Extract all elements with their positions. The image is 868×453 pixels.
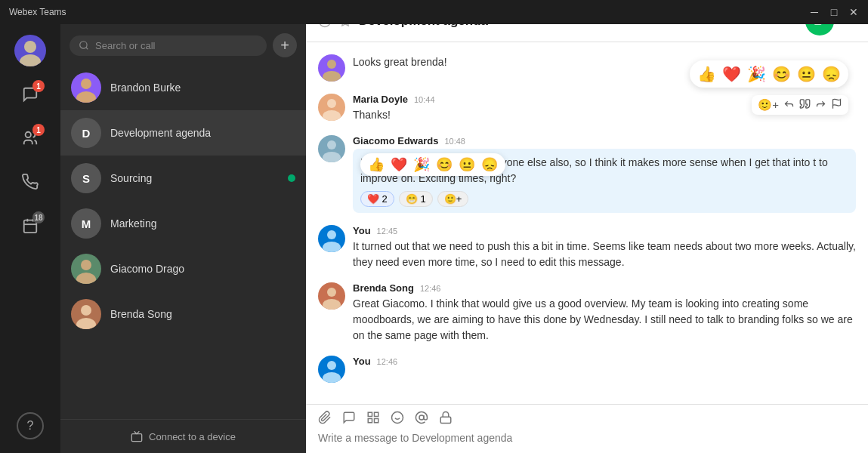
contact-name-brandon: Brandon Burke [110, 82, 295, 94]
online-indicator-sourcing [288, 174, 295, 182]
message-row-6: You 12:46 [318, 356, 856, 383]
svg-point-14 [76, 318, 96, 329]
message-row-2: Maria Doyle 10:44 Thanks! 👍 ❤️ 🎉 😊 😐 😞 🙂… [318, 94, 856, 123]
contact-item-sourcing[interactable]: S Sourcing [60, 156, 306, 201]
contact-avatar-sourcing: S [71, 163, 101, 193]
close-button[interactable]: ✕ [848, 7, 859, 17]
help-button[interactable]: ? [17, 412, 44, 439]
contact-avatar-giacomo [71, 254, 101, 284]
input-area [306, 404, 868, 453]
user-avatar[interactable] [14, 35, 46, 66]
svg-point-42 [419, 415, 424, 420]
svg-point-13 [81, 305, 91, 316]
add-contact-button[interactable]: + [273, 33, 297, 57]
contact-name-sourcing: Sourcing [110, 172, 279, 184]
msg-avatar-6-you [318, 356, 345, 383]
search-input[interactable] [95, 40, 258, 51]
calls-nav-button[interactable] [14, 166, 46, 198]
minimize-button[interactable]: ─ [809, 7, 820, 17]
attachment-icon[interactable] [318, 411, 332, 424]
msg-sender-6: You [353, 356, 371, 367]
reaction-smile-3[interactable]: 😁 1 [399, 191, 433, 207]
msg-sender-4: You [353, 225, 371, 236]
msg-avatar-1 [318, 54, 345, 82]
contact-item-giacomo[interactable]: Giacomo Drago [60, 246, 306, 291]
emoji-sad-3[interactable]: 😞 [481, 156, 498, 173]
mention-icon[interactable] [415, 411, 428, 424]
svg-point-29 [327, 230, 336, 239]
msg-header-6: You 12:46 [353, 356, 856, 367]
quote-button[interactable] [799, 98, 811, 112]
msg-avatar-5 [318, 282, 345, 310]
contact-item-brandon[interactable]: Brandon Burke [60, 65, 306, 110]
svg-rect-43 [440, 417, 451, 423]
emoji-party-3[interactable]: 🎉 [413, 156, 430, 173]
add-emoji-button[interactable]: 🙂+ [758, 98, 779, 112]
svg-point-27 [327, 140, 336, 149]
search-icon [79, 40, 89, 51]
app-title: Webex Teams [9, 7, 809, 17]
reaction-add-3[interactable]: 🙂+ [437, 191, 469, 207]
msg-header-3: Giacomo Edwards 10:48 [353, 135, 856, 146]
svg-line-8 [86, 48, 88, 50]
emoji-thumbs-up[interactable]: 👍 [697, 65, 716, 83]
lock-icon[interactable] [439, 411, 453, 424]
msg-header-4: You 12:45 [353, 225, 856, 236]
emoji-party[interactable]: 🎉 [747, 65, 766, 83]
messages-nav-button[interactable]: 1 [14, 79, 46, 110]
svg-point-31 [327, 288, 336, 297]
sidebar: 1 1 18 ? [0, 0, 60, 453]
svg-rect-37 [375, 419, 378, 423]
emoji-action-bar: 🙂+ [752, 95, 848, 115]
messages-list: Looks great brenda! Maria Doyle 10:44 Th… [306, 42, 868, 404]
connect-device-button[interactable]: Connect to a device [60, 419, 306, 453]
contact-list: + Brandon Burke D Development agenda S S… [60, 0, 306, 453]
svg-point-12 [76, 273, 96, 284]
input-toolbar [318, 411, 856, 424]
contacts-badge: 1 [32, 124, 45, 136]
apps-grid-icon[interactable] [366, 411, 380, 424]
msg-time-2: 10:44 [414, 95, 435, 104]
emoji-sad[interactable]: 😞 [822, 65, 841, 83]
svg-point-0 [24, 41, 36, 53]
contact-item-brenda[interactable]: Brenda Song [60, 291, 306, 337]
emoji-neutral-3[interactable]: 😐 [459, 156, 475, 173]
msg-avatar-3 [318, 135, 345, 162]
message-input[interactable] [318, 429, 856, 447]
reply-button[interactable] [783, 98, 795, 112]
svg-point-24 [327, 99, 336, 108]
svg-point-22 [327, 60, 336, 69]
messages-badge: 1 [32, 80, 45, 92]
calendar-nav-button[interactable]: 18 [14, 210, 46, 242]
search-input-wrap[interactable] [70, 35, 267, 56]
svg-point-33 [327, 361, 336, 370]
emoji-heart-3[interactable]: ❤️ [391, 156, 407, 173]
contact-name-marketing: Marketing [110, 217, 295, 230]
contact-item-dev-agenda[interactable]: D Development agenda [60, 110, 306, 156]
msg-content-6: You 12:46 [353, 356, 856, 369]
svg-rect-36 [375, 412, 378, 416]
emoji-smile[interactable]: 😊 [772, 65, 791, 83]
emoji-neutral[interactable]: 😐 [797, 65, 816, 83]
emoji-thumbs-3[interactable]: 👍 [368, 156, 385, 173]
flag-button[interactable] [831, 98, 842, 112]
emoji-quick-bar: 👍 ❤️ 🎉 😊 😐 😞 [690, 60, 848, 88]
emoji-heart[interactable]: ❤️ [722, 65, 741, 83]
svg-point-30 [323, 242, 341, 252]
svg-point-34 [323, 372, 341, 383]
msg-time-3: 10:48 [444, 137, 465, 146]
svg-point-10 [76, 91, 96, 103]
maximize-button[interactable]: □ [829, 7, 839, 17]
msg-content-5: Brenda Song 12:46 Great Giacomo. I think… [353, 282, 856, 344]
contact-avatar-brenda [71, 299, 101, 329]
emoji-icon[interactable] [391, 411, 404, 424]
msg-sender-5: Brenda Song [353, 282, 414, 294]
contact-item-marketing[interactable]: M Marketing [60, 201, 306, 246]
reaction-heart-3[interactable]: ❤️ 2 [360, 191, 394, 207]
msg-sender-3: Giacomo Edwards [353, 135, 438, 146]
contacts-nav-button[interactable]: 1 [14, 122, 46, 154]
forward-button[interactable] [815, 98, 826, 112]
contact-avatar-brandon [71, 72, 101, 103]
emoji-smile-3[interactable]: 😊 [436, 156, 453, 173]
chat-bubble-icon[interactable] [342, 411, 356, 424]
